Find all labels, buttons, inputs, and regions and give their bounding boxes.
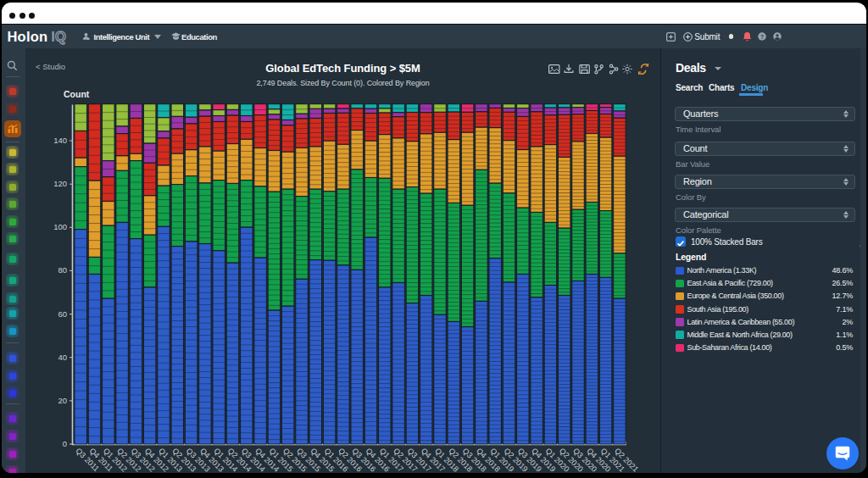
- svg-text:40: 40: [58, 353, 67, 362]
- svg-text:Count: Count: [64, 89, 90, 99]
- svg-text:60: 60: [58, 309, 67, 319]
- svg-text:80: 80: [58, 265, 67, 275]
- svg-text:0: 0: [63, 439, 67, 448]
- svg-text:100: 100: [53, 222, 67, 231]
- svg-text:140: 140: [53, 136, 67, 145]
- svg-text:20: 20: [58, 396, 67, 405]
- svg-text:120: 120: [53, 179, 67, 188]
- svg-text:?: ?: [760, 34, 764, 40]
